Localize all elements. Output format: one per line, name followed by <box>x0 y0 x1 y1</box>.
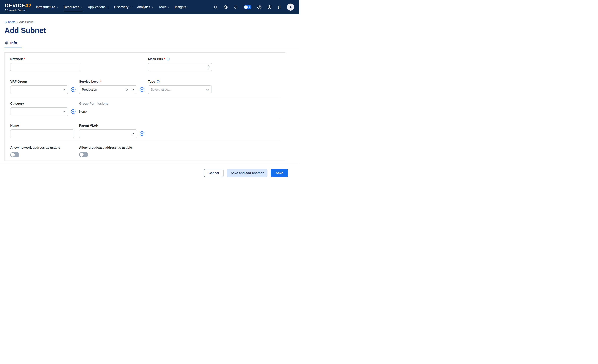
add-subnet-page: DEVICE42 A Freshworks Company Infrastruc… <box>0 0 299 182</box>
clear-service-level-button[interactable] <box>126 88 129 91</box>
allow-broadcast-address-label: Allow broadcast address as usable <box>79 146 132 149</box>
search-button[interactable] <box>214 5 218 9</box>
type-select[interactable]: Select value... <box>148 85 212 94</box>
type-placeholder: Select value... <box>151 88 171 91</box>
main-content: Subnets › Add Subnet Add Subnet Info Net… <box>0 20 299 161</box>
bookmark-icon <box>277 5 281 9</box>
network-label: Network <box>10 57 23 61</box>
parent-vlan-select[interactable] <box>79 129 137 138</box>
vrf-group-select[interactable] <box>10 85 68 94</box>
plus-circle-icon <box>140 131 145 136</box>
chevron-down-icon <box>152 6 154 8</box>
device42-logo-text: DEVICE42 <box>5 3 32 8</box>
avatar-initial: A <box>290 5 292 9</box>
tab-info-label: Info <box>10 41 17 45</box>
stepper-down-button[interactable] <box>208 68 210 69</box>
chevron-down-icon <box>57 6 59 8</box>
nav-item-resources[interactable]: Resources <box>64 0 83 14</box>
group-permissions-label: Group Permissions <box>79 102 108 106</box>
nav-item-label: Applications <box>88 5 105 9</box>
nav-item-infrastructure[interactable]: Infrastructure <box>36 0 59 14</box>
chevron-down-icon <box>168 6 170 8</box>
name-field: Name <box>10 124 74 138</box>
required-marker: * <box>24 57 25 61</box>
breadcrumb-separator: › <box>17 20 18 24</box>
notifications-button[interactable] <box>234 5 238 9</box>
tab-info[interactable]: Info <box>4 38 22 48</box>
navbar-actions: A <box>214 4 294 11</box>
mask-bits-input[interactable] <box>148 63 212 71</box>
chevron-down-icon <box>62 110 66 113</box>
user-avatar[interactable]: A <box>287 4 294 11</box>
vrf-group-label: VRF Group <box>10 80 27 83</box>
nav-item-insights[interactable]: Insights+ <box>175 0 188 14</box>
add-parent-vlan-button[interactable] <box>140 131 145 136</box>
breadcrumb-link-subnets[interactable]: Subnets <box>5 20 15 24</box>
cancel-button[interactable]: Cancel <box>204 169 224 177</box>
chevron-down-icon <box>208 68 210 69</box>
group-permissions-field: Group Permissions None <box>79 102 108 116</box>
parent-vlan-field: Parent VLAN <box>79 124 137 138</box>
network-input[interactable] <box>10 63 80 71</box>
toggle-knob <box>80 153 83 157</box>
top-navbar: DEVICE42 A Freshworks Company Infrastruc… <box>0 0 299 14</box>
save-button[interactable]: Save <box>271 169 288 177</box>
nav-item-tools[interactable]: Tools <box>159 0 170 14</box>
mask-bits-label: Mask Bits <box>148 57 163 61</box>
theme-toggle[interactable] <box>244 5 251 9</box>
chevron-down-icon <box>62 88 66 91</box>
network-field: Network * <box>10 57 80 71</box>
service-level-field: Service Level * Production <box>79 80 137 94</box>
required-marker: * <box>164 57 165 61</box>
settings-button[interactable] <box>257 5 262 9</box>
nav-item-analytics[interactable]: Analytics <box>137 0 154 14</box>
add-vrf-group-button[interactable] <box>71 87 76 92</box>
save-and-add-another-button[interactable]: Save and add another <box>227 169 268 177</box>
category-label: Category <box>10 102 24 106</box>
device42-logo[interactable]: DEVICE42 A Freshworks Company <box>5 3 32 11</box>
nav-item-applications[interactable]: Applications <box>88 0 109 14</box>
type-label: Type <box>148 80 155 83</box>
bookmarks-button[interactable] <box>277 5 281 9</box>
add-service-level-button[interactable] <box>140 87 145 92</box>
nav-item-discovery[interactable]: Discovery <box>114 0 132 14</box>
service-level-select[interactable]: Production <box>79 85 137 94</box>
allow-broadcast-address-field: Allow broadcast address as usable <box>79 146 132 157</box>
chevron-down-icon <box>130 6 132 8</box>
plus-circle-icon <box>140 87 145 92</box>
globe-icon <box>224 5 228 9</box>
plus-circle-icon <box>71 109 76 114</box>
form-action-bar: Cancel Save and add another Save <box>0 164 299 182</box>
nav-item-label: Resources <box>64 5 79 9</box>
form-row-toggles: Allow network address as usable Allow br… <box>5 141 285 161</box>
allow-network-address-toggle[interactable] <box>10 152 19 157</box>
gear-icon <box>257 5 262 9</box>
info-icon[interactable] <box>157 80 160 83</box>
help-button[interactable] <box>267 5 272 9</box>
tab-bar: Info <box>0 38 299 48</box>
main-navigation: Infrastructure Resources Applications Di… <box>36 0 188 14</box>
plus-circle-icon <box>71 87 76 92</box>
mask-bits-stepper <box>208 63 210 71</box>
breadcrumb: Subnets › Add Subnet <box>5 20 299 24</box>
form-row-vrf-service-type: VRF Group Service Level <box>5 76 285 97</box>
chevron-down-icon <box>206 88 209 91</box>
type-field: Type Select value... <box>148 80 212 94</box>
nav-item-label: Analytics <box>137 5 150 9</box>
globe-button[interactable] <box>224 5 228 9</box>
close-icon <box>126 88 129 91</box>
name-input[interactable] <box>10 129 74 138</box>
page-title: Add Subnet <box>4 26 299 34</box>
info-icon[interactable] <box>166 58 170 61</box>
stepper-up-button[interactable] <box>208 65 210 67</box>
category-select[interactable] <box>10 108 68 116</box>
breadcrumb-current: Add Subnet <box>19 20 34 24</box>
chevron-down-icon <box>131 88 134 91</box>
sun-icon <box>248 6 251 8</box>
logo-accent-text: 42 <box>25 3 32 8</box>
add-category-button[interactable] <box>71 109 76 114</box>
nav-item-label: Discovery <box>114 5 129 9</box>
document-icon <box>5 41 8 45</box>
search-icon <box>214 5 218 9</box>
allow-broadcast-address-toggle[interactable] <box>79 152 88 157</box>
